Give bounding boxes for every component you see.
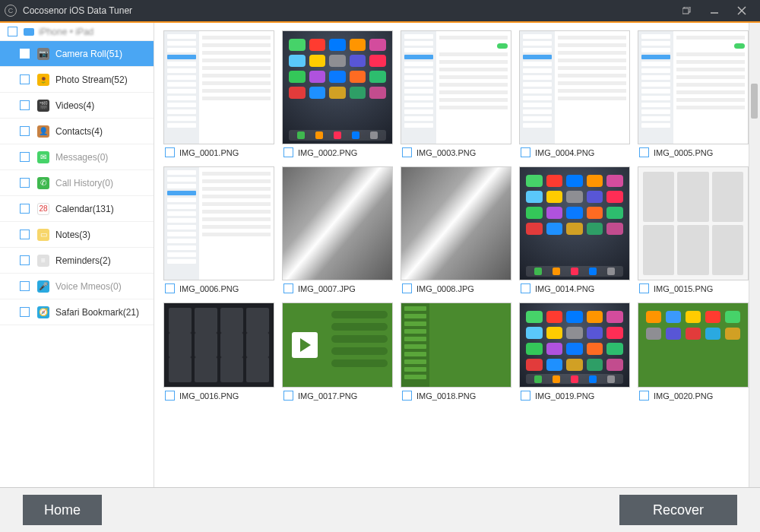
thumbnail[interactable] xyxy=(401,302,511,388)
sidebar-item-safari[interactable]: 🧭Safari Bookmark(21) xyxy=(0,299,154,325)
sidebar-item-calendar[interactable]: 28Calendar(131) xyxy=(0,196,154,222)
thumbnail[interactable] xyxy=(163,302,274,388)
category-label: Contacts(4) xyxy=(55,126,103,137)
grid-item[interactable]: IMG_0005.PNG xyxy=(638,30,749,163)
grid-item[interactable]: IMG_0016.PNG xyxy=(163,302,274,407)
sidebar-item-reminders[interactable]: ≡Reminders(2) xyxy=(0,248,154,274)
sidebar-item-messages[interactable]: ✉Messages(0) xyxy=(0,144,154,170)
item-checkbox[interactable] xyxy=(521,147,530,157)
item-caption: IMG_0019.PNG xyxy=(519,388,630,407)
call-history-icon: ✆ xyxy=(37,177,49,189)
category-checkbox[interactable] xyxy=(20,126,30,136)
device-checkbox[interactable] xyxy=(8,27,17,36)
sidebar-item-camera-roll[interactable]: 📷Camera Roll(51) xyxy=(0,41,154,67)
thumbnail[interactable] xyxy=(401,166,511,280)
restore-button[interactable] xyxy=(673,0,701,21)
thumbnail[interactable] xyxy=(638,30,749,144)
item-checkbox[interactable] xyxy=(165,391,175,401)
item-caption: IMG_0007.JPG xyxy=(282,280,393,299)
item-caption: IMG_0016.PNG xyxy=(163,388,274,407)
grid-item[interactable]: IMG_0018.PNG xyxy=(401,302,511,407)
footer: Home Recover xyxy=(0,488,760,532)
device-name: iPhone • iPad xyxy=(39,27,93,37)
sidebar-item-notes[interactable]: ▭Notes(3) xyxy=(0,222,154,248)
item-caption: IMG_0020.PNG xyxy=(638,388,749,407)
item-checkbox[interactable] xyxy=(639,283,649,293)
device-row[interactable]: iPhone • iPad xyxy=(0,23,154,41)
category-checkbox[interactable] xyxy=(20,204,30,214)
content-area: IMG_0001.PNGIMG_0002.PNGIMG_0003.PNGIMG_… xyxy=(154,23,760,487)
item-caption: IMG_0003.PNG xyxy=(401,144,511,163)
item-checkbox[interactable] xyxy=(402,147,412,157)
category-checkbox[interactable] xyxy=(20,178,30,188)
sidebar-item-call-history[interactable]: ✆Call History(0) xyxy=(0,170,154,196)
close-icon xyxy=(737,6,746,15)
grid-item[interactable]: IMG_0004.PNG xyxy=(519,30,630,163)
grid-item[interactable]: IMG_0019.PNG xyxy=(519,302,630,407)
grid-item[interactable]: IMG_0007.JPG xyxy=(282,166,393,299)
item-checkbox[interactable] xyxy=(639,391,649,401)
close-button[interactable] xyxy=(728,0,755,21)
item-caption: IMG_0006.PNG xyxy=(163,280,274,299)
grid-item[interactable]: IMG_0008.JPG xyxy=(401,166,511,299)
item-checkbox[interactable] xyxy=(283,391,293,401)
item-filename: IMG_0019.PNG xyxy=(535,391,594,401)
scrollbar-thumb[interactable] xyxy=(751,84,758,119)
sidebar: iPhone • iPad 📷Camera Roll(51)🌻Photo Str… xyxy=(0,23,154,487)
home-button[interactable]: Home xyxy=(23,495,102,525)
category-checkbox[interactable] xyxy=(20,255,30,265)
category-checkbox[interactable] xyxy=(20,152,30,162)
thumbnail[interactable] xyxy=(282,166,393,280)
thumbnail[interactable] xyxy=(163,166,274,280)
thumbnail[interactable] xyxy=(401,30,511,144)
item-filename: IMG_0004.PNG xyxy=(535,148,594,157)
sidebar-item-voice-memos[interactable]: 🎤Voice Mmeos(0) xyxy=(0,274,154,299)
item-checkbox[interactable] xyxy=(402,283,412,293)
item-checkbox[interactable] xyxy=(165,147,175,157)
category-checkbox[interactable] xyxy=(20,281,30,291)
category-checkbox[interactable] xyxy=(20,100,30,110)
item-checkbox[interactable] xyxy=(521,391,530,401)
thumbnail[interactable] xyxy=(519,302,630,388)
vertical-scrollbar[interactable] xyxy=(749,23,760,487)
grid-item[interactable]: IMG_0017.PNG xyxy=(282,302,393,407)
item-checkbox[interactable] xyxy=(283,283,293,293)
thumbnail[interactable] xyxy=(638,302,749,388)
category-checkbox[interactable] xyxy=(20,230,30,239)
item-checkbox[interactable] xyxy=(283,147,293,157)
thumbnail[interactable] xyxy=(163,30,274,144)
item-filename: IMG_0007.JPG xyxy=(298,284,356,293)
thumbnail[interactable] xyxy=(638,166,749,280)
grid-item[interactable]: IMG_0002.PNG xyxy=(282,30,393,163)
grid-item[interactable]: IMG_0006.PNG xyxy=(163,166,274,299)
item-checkbox[interactable] xyxy=(402,391,412,401)
photo-stream-icon: 🌻 xyxy=(37,74,49,86)
thumbnail[interactable] xyxy=(282,30,393,144)
category-list: 📷Camera Roll(51)🌻Photo Stream(52)🎬Videos… xyxy=(0,41,154,487)
thumbnail[interactable] xyxy=(519,30,630,144)
item-filename: IMG_0014.PNG xyxy=(535,284,594,293)
grid-item[interactable]: IMG_0001.PNG xyxy=(163,30,274,163)
item-caption: IMG_0017.PNG xyxy=(282,388,393,407)
grid-item[interactable]: IMG_0014.PNG xyxy=(519,166,630,299)
grid-item[interactable]: IMG_0020.PNG xyxy=(638,302,749,407)
thumbnail[interactable] xyxy=(282,302,393,388)
sidebar-item-photo-stream[interactable]: 🌻Photo Stream(52) xyxy=(0,67,154,93)
category-checkbox[interactable] xyxy=(20,49,30,59)
item-caption: IMG_0015.PNG xyxy=(638,280,749,299)
category-checkbox[interactable] xyxy=(20,74,30,84)
item-filename: IMG_0020.PNG xyxy=(654,391,713,401)
sidebar-item-videos[interactable]: 🎬Videos(4) xyxy=(0,93,154,119)
category-checkbox[interactable] xyxy=(20,307,30,317)
thumbnail[interactable] xyxy=(519,166,630,280)
sidebar-item-contacts[interactable]: 👤Contacts(4) xyxy=(0,119,154,144)
grid-item[interactable]: IMG_0015.PNG xyxy=(638,166,749,299)
item-checkbox[interactable] xyxy=(165,283,175,293)
minimize-button[interactable] xyxy=(701,0,728,21)
category-label: Safari Bookmark(21) xyxy=(55,307,139,318)
item-caption: IMG_0014.PNG xyxy=(519,280,630,299)
item-checkbox[interactable] xyxy=(639,147,649,157)
grid-item[interactable]: IMG_0003.PNG xyxy=(401,30,511,163)
recover-button[interactable]: Recover xyxy=(619,495,737,525)
item-checkbox[interactable] xyxy=(521,283,530,293)
